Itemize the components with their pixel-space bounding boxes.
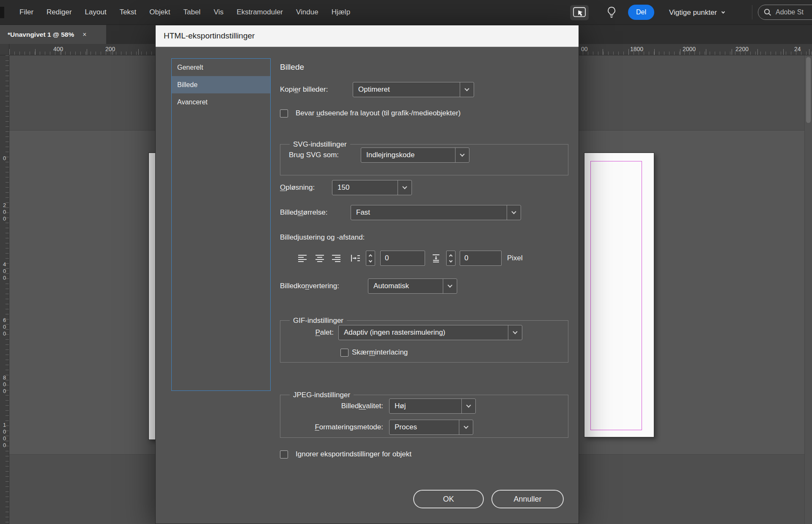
ruler-label: 24 bbox=[794, 46, 801, 52]
chevron-down-icon bbox=[459, 420, 473, 434]
dialog-title: HTML-eksportindstillinger bbox=[164, 31, 255, 41]
margin-guides bbox=[590, 161, 642, 430]
page-right[interactable] bbox=[584, 153, 654, 437]
gif-settings-group: GIF-indstillinger Palet: Adaptiv (ingen … bbox=[280, 320, 568, 363]
ruler-label: 0 bbox=[1, 155, 8, 162]
align-right-icon bbox=[331, 254, 342, 263]
dialog-title-bar[interactable]: HTML-eksportindstillinger bbox=[156, 25, 579, 47]
ignore-export-settings-checkbox[interactable] bbox=[280, 450, 288, 458]
section-item-billede[interactable]: Billede bbox=[172, 76, 270, 93]
learn-lightbulb-button[interactable] bbox=[604, 5, 619, 20]
image-quality-label: Billedkvalitet: bbox=[280, 401, 383, 411]
copy-images-select[interactable]: Optimeret bbox=[353, 82, 474, 97]
ruler-label: 2000 bbox=[683, 46, 696, 52]
align-center-button[interactable] bbox=[313, 251, 326, 266]
image-size-select[interactable]: Fast bbox=[351, 205, 521, 220]
ruler-label: 00 bbox=[581, 46, 588, 52]
chevron-down-icon bbox=[508, 325, 522, 340]
menu-item-vis[interactable]: Vis bbox=[214, 8, 223, 16]
align-left-icon bbox=[297, 254, 308, 263]
svg-settings-legend: SVG-indstillinger bbox=[290, 139, 350, 150]
image-size-label: Billedstørrelse: bbox=[280, 207, 327, 218]
publish-cursor-icon[interactable] bbox=[570, 5, 589, 20]
chevron-down-icon bbox=[507, 205, 521, 220]
copy-images-label: Kopier billeder: bbox=[280, 85, 328, 95]
palette-label: Palet: bbox=[280, 328, 334, 338]
space-before-input[interactable] bbox=[380, 251, 425, 266]
stepper-up-icon[interactable] bbox=[449, 254, 453, 257]
menubar-divider bbox=[752, 5, 752, 19]
pixel-unit-label: Pixel bbox=[507, 253, 523, 263]
menu-item-layout[interactable]: Layout bbox=[85, 8, 107, 16]
section-item-generelt[interactable]: Generelt bbox=[172, 59, 270, 76]
menu-item-filer[interactable]: Filer bbox=[19, 8, 33, 16]
vertical-ruler[interactable]: 0 200 400 600 800 1000 bbox=[0, 55, 9, 524]
space-after-input[interactable] bbox=[460, 251, 502, 266]
resolution-label: Opløsning: bbox=[280, 183, 315, 193]
menu-item-hjaelp[interactable]: Hjælp bbox=[332, 8, 350, 16]
stepper-up-icon[interactable] bbox=[369, 254, 372, 257]
align-right-button[interactable] bbox=[329, 251, 343, 266]
use-svg-as-select[interactable]: Indlejringskode bbox=[361, 147, 469, 163]
menu-item-objekt[interactable]: Objekt bbox=[149, 8, 170, 16]
stock-search-input[interactable]: Adobe St bbox=[758, 5, 812, 20]
chevron-down-icon bbox=[721, 10, 725, 13]
scrollbar-thumb[interactable] bbox=[806, 57, 811, 123]
resolution-select[interactable]: 150 bbox=[332, 180, 412, 195]
share-button[interactable]: Del bbox=[628, 5, 654, 20]
ruler-label: 2200 bbox=[735, 46, 749, 52]
format-method-select[interactable]: Proces bbox=[389, 420, 473, 435]
lightbulb-icon bbox=[606, 6, 617, 19]
menu-item-tekst[interactable]: Tekst bbox=[120, 8, 137, 16]
preserve-appearance-label: Bevar udseende fra layout (til grafik-/m… bbox=[296, 108, 461, 118]
ruler-label: 200 bbox=[105, 46, 115, 52]
space-after-stepper[interactable] bbox=[446, 251, 455, 266]
jpeg-settings-legend: JPEG-indstillinger bbox=[290, 390, 354, 400]
jpeg-settings-group: JPEG-indstillinger Billedkvalitet: Høj F… bbox=[280, 395, 568, 438]
chevron-down-icon bbox=[461, 399, 475, 413]
menu-item-vindue[interactable]: Vindue bbox=[296, 8, 318, 16]
cancel-button[interactable]: Annuller bbox=[491, 490, 564, 508]
panel-heading: Billede bbox=[280, 62, 304, 72]
ruler-corner bbox=[0, 44, 9, 55]
align-left-button[interactable] bbox=[296, 251, 309, 266]
chevron-down-icon bbox=[455, 148, 469, 162]
menu-item-tabel[interactable]: Tabel bbox=[183, 8, 200, 16]
vertical-scrollbar[interactable] bbox=[804, 55, 812, 524]
workspace-switcher[interactable]: Vigtige punkter bbox=[669, 0, 724, 25]
ruler-label: 200 bbox=[1, 202, 8, 222]
space-before-icon bbox=[348, 251, 362, 266]
document-tab[interactable]: *Unavngivet 1 @ 58% × bbox=[0, 25, 106, 44]
chevron-down-icon bbox=[398, 180, 411, 195]
app-icon bbox=[0, 7, 4, 18]
menu-item-ekstramoduler[interactable]: Ekstramoduler bbox=[236, 8, 283, 16]
search-icon bbox=[763, 8, 772, 16]
menu-bar: Filer Rediger Layout Tekst Objekt Tabel … bbox=[0, 0, 812, 25]
chevron-down-icon bbox=[460, 82, 474, 97]
align-center-icon bbox=[314, 254, 325, 263]
stepper-down-icon[interactable] bbox=[449, 259, 453, 262]
section-item-avanceret[interactable]: Avanceret bbox=[172, 93, 270, 111]
preserve-appearance-checkbox[interactable] bbox=[280, 109, 288, 117]
stepper-down-icon[interactable] bbox=[369, 259, 372, 262]
menu-item-rediger[interactable]: Rediger bbox=[47, 8, 72, 16]
ruler-label: 800 bbox=[1, 374, 8, 395]
dialog-section-list: Generelt Billede Avanceret bbox=[171, 58, 271, 391]
image-quality-select[interactable]: Høj bbox=[389, 398, 476, 414]
space-before-stepper[interactable] bbox=[366, 251, 375, 266]
close-tab-icon[interactable]: × bbox=[82, 31, 86, 38]
ruler-label: 1800 bbox=[630, 46, 643, 52]
image-conversion-select[interactable]: Automatisk bbox=[368, 278, 457, 294]
palette-select[interactable]: Adaptiv (ingen rastersimulering) bbox=[338, 325, 522, 340]
ruler-label: 600 bbox=[1, 317, 8, 337]
html-export-dialog: HTML-eksportindstillinger Generelt Bille… bbox=[155, 25, 579, 524]
space-after-icon bbox=[430, 251, 443, 266]
ruler-label: 400 bbox=[1, 261, 8, 281]
interlace-checkbox[interactable] bbox=[340, 349, 348, 357]
ok-button[interactable]: OK bbox=[413, 490, 484, 508]
document-tab-title: *Unavngivet 1 @ 58% bbox=[8, 31, 74, 38]
use-svg-as-label: Brug SVG som: bbox=[289, 150, 339, 160]
chevron-down-icon bbox=[443, 279, 457, 293]
ruler-label: 1000 bbox=[1, 422, 8, 449]
cursor-box-icon bbox=[573, 7, 586, 19]
